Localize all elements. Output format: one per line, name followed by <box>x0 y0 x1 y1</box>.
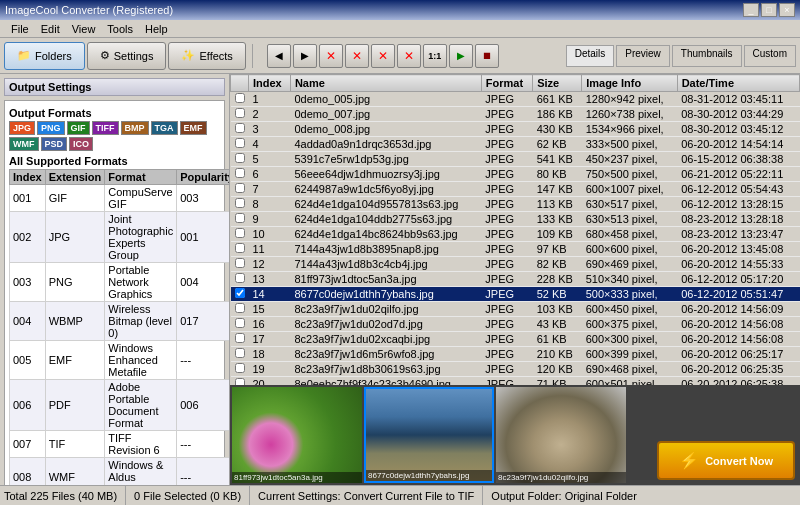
fmt-emf-btn[interactable]: EMF <box>180 121 207 135</box>
minimize-btn[interactable]: _ <box>743 3 759 17</box>
row-check[interactable] <box>231 257 249 272</box>
tab-effects[interactable]: ✨ Effects <box>168 42 245 70</box>
table-row[interactable]: 8 624d4e1dga104d9557813s63.jpg JPEG 113 … <box>231 197 800 212</box>
row-name: 8c23a9f7jw1d8b30619s63.jpg <box>290 362 481 377</box>
row-check[interactable] <box>231 182 249 197</box>
stop-btn[interactable]: ⏹ <box>475 44 499 68</box>
table-row[interactable]: 7 6244987a9w1dc5f6yo8yj.jpg JPEG 147 KB … <box>231 182 800 197</box>
row-check[interactable] <box>231 242 249 257</box>
row-check[interactable] <box>231 197 249 212</box>
row-check[interactable] <box>231 107 249 122</box>
remove-btn1[interactable]: ✕ <box>319 44 343 68</box>
title-bar-buttons[interactable]: _ □ × <box>743 3 795 17</box>
menu-file[interactable]: File <box>5 22 35 35</box>
col-idx[interactable]: Index <box>249 75 291 92</box>
table-row[interactable]: 11 7144a43jw1d8b3895nap8.jpg JPEG 97 KB … <box>231 242 800 257</box>
fmt-index: 003 <box>10 263 46 302</box>
view-preview[interactable]: Preview <box>616 45 670 67</box>
format-row[interactable]: 006 PDF Adobe Portable Document Format 0… <box>10 380 231 431</box>
format-row[interactable]: 003 PNG Portable Network Graphics 004 <box>10 263 231 302</box>
row-check[interactable] <box>231 92 249 107</box>
tab-folders[interactable]: 📁 Folders <box>4 42 85 70</box>
view-custom[interactable]: Custom <box>744 45 796 67</box>
toolbar-icon-group: ◀ ▶ ✕ ✕ ✕ ✕ 1:1 ▶ ⏹ <box>267 44 499 68</box>
format-row[interactable]: 007 TIF TIFF Revision 6 --- <box>10 431 231 458</box>
menu-help[interactable]: Help <box>139 22 174 35</box>
row-check[interactable] <box>231 122 249 137</box>
table-row[interactable]: 4 4addad0a9n1drqc3653d.jpg JPEG 62 KB 33… <box>231 137 800 152</box>
row-check[interactable] <box>231 152 249 167</box>
preview-thumb[interactable]: 81ff973jw1dtoc5an3a.jpg <box>232 387 362 483</box>
maximize-btn[interactable]: □ <box>761 3 777 17</box>
fmt-psd-btn[interactable]: PSD <box>41 137 68 151</box>
col-size[interactable]: Size <box>533 75 582 92</box>
preview-thumb[interactable]: 8c23a9f7jw1du02qilfo.jpg <box>496 387 626 483</box>
table-row[interactable]: 16 8c23a9f7jw1du02od7d.jpg JPEG 43 KB 60… <box>231 317 800 332</box>
table-row[interactable]: 2 0demo_007.jpg JPEG 186 KB 1260×738 pix… <box>231 107 800 122</box>
fmt-ico-btn[interactable]: ICO <box>69 137 93 151</box>
view-thumbnails[interactable]: Thumbnails <box>672 45 742 67</box>
table-row[interactable]: 1 0demo_005.jpg JPEG 661 KB 1280×942 pix… <box>231 92 800 107</box>
col-name[interactable]: Name <box>290 75 481 92</box>
convert-now-button[interactable]: ⚡ Convert Now <box>657 441 795 480</box>
remove-btn4[interactable]: ✕ <box>397 44 421 68</box>
row-check[interactable] <box>231 137 249 152</box>
table-row[interactable]: 20 8e0eebc7hf9f34c23c3b4690.jpg JPEG 71 … <box>231 377 800 386</box>
row-check[interactable] <box>231 272 249 287</box>
col-imageinfo[interactable]: Image Info <box>582 75 677 92</box>
table-row[interactable]: 17 8c23a9f7jw1du02xcaqbi.jpg JPEG 61 KB … <box>231 332 800 347</box>
table-row[interactable]: 3 0demo_008.jpg JPEG 430 KB 1534×966 pix… <box>231 122 800 137</box>
menu-tools[interactable]: Tools <box>101 22 139 35</box>
tab-settings[interactable]: ⚙ Settings <box>87 42 167 70</box>
format-row[interactable]: 005 EMF Windows Enhanced Metafile --- <box>10 341 231 380</box>
table-row[interactable]: 14 8677c0dejw1dthh7ybahs.jpg JPEG 52 KB … <box>231 287 800 302</box>
file-table-wrapper[interactable]: Index Name Format Size Image Info Date/T… <box>230 74 800 385</box>
row-check[interactable] <box>231 332 249 347</box>
table-row[interactable]: 15 8c23a9f7jw1du02qilfo.jpg JPEG 103 KB … <box>231 302 800 317</box>
play-btn[interactable]: ▶ <box>449 44 473 68</box>
fmt-tiff-btn[interactable]: TIFF <box>92 121 119 135</box>
fmt-bmp-btn[interactable]: BMP <box>121 121 149 135</box>
table-row[interactable]: 19 8c23a9f7jw1d8b30619s63.jpg JPEG 120 K… <box>231 362 800 377</box>
menu-view[interactable]: View <box>66 22 102 35</box>
fmt-gif-btn[interactable]: GIF <box>67 121 90 135</box>
format-row[interactable]: 001 GIF CompuServe GIF 003 <box>10 185 231 212</box>
table-row[interactable]: 18 8c23a9f7jw1d6m5r6wfo8.jpg JPEG 210 KB… <box>231 347 800 362</box>
close-btn[interactable]: × <box>779 3 795 17</box>
fmt-wmf-btn[interactable]: WMF <box>9 137 39 151</box>
preview-thumb[interactable]: 8677c0dejw1dthh7ybahs.jpg <box>364 387 494 483</box>
format-row[interactable]: 002 JPG Joint Photographic Experts Group… <box>10 212 231 263</box>
row-check[interactable] <box>231 362 249 377</box>
table-row[interactable]: 12 7144a43jw1d8b3c4cb4j.jpg JPEG 82 KB 6… <box>231 257 800 272</box>
row-check[interactable] <box>231 377 249 386</box>
fmt-jpg-btn[interactable]: JPG <box>9 121 35 135</box>
zoom-btn[interactable]: 1:1 <box>423 44 447 68</box>
row-datetime: 06-20-2012 14:55:33 <box>677 257 799 272</box>
row-check[interactable] <box>231 347 249 362</box>
menu-edit[interactable]: Edit <box>35 22 66 35</box>
fmt-index: 006 <box>10 380 46 431</box>
table-row[interactable]: 6 56eee64djw1dhmuozrsy3j.jpg JPEG 80 KB … <box>231 167 800 182</box>
table-row[interactable]: 10 624d4e1dga14bc8624bb9s63.jpg JPEG 109… <box>231 227 800 242</box>
remove-btn2[interactable]: ✕ <box>345 44 369 68</box>
format-row[interactable]: 008 WMF Windows & Aldus Metafile --- <box>10 458 231 486</box>
row-check[interactable] <box>231 227 249 242</box>
col-datetime[interactable]: Date/Time <box>677 75 799 92</box>
table-row[interactable]: 9 624d4e1dga104ddb2775s63.jpg JPEG 133 K… <box>231 212 800 227</box>
row-check[interactable] <box>231 317 249 332</box>
nav-forward-btn[interactable]: ▶ <box>293 44 317 68</box>
row-check[interactable] <box>231 287 249 302</box>
table-row[interactable]: 5 5391c7e5rw1dp53g.jpg JPEG 541 KB 450×2… <box>231 152 800 167</box>
format-row[interactable]: 004 WBMP Wireless Bitmap (level 0) 017 <box>10 302 231 341</box>
fmt-tga-btn[interactable]: TGA <box>151 121 178 135</box>
table-row[interactable]: 13 81ff973jw1dtoc5an3a.jpg JPEG 228 KB 5… <box>231 272 800 287</box>
remove-btn3[interactable]: ✕ <box>371 44 395 68</box>
fmt-png-btn[interactable]: PNG <box>37 121 65 135</box>
col-format[interactable]: Format <box>481 75 532 92</box>
view-details[interactable]: Details <box>566 45 615 67</box>
row-check[interactable] <box>231 212 249 227</box>
nav-back-btn[interactable]: ◀ <box>267 44 291 68</box>
row-check[interactable] <box>231 302 249 317</box>
row-check[interactable] <box>231 167 249 182</box>
row-name: 8677c0dejw1dthh7ybahs.jpg <box>290 287 481 302</box>
